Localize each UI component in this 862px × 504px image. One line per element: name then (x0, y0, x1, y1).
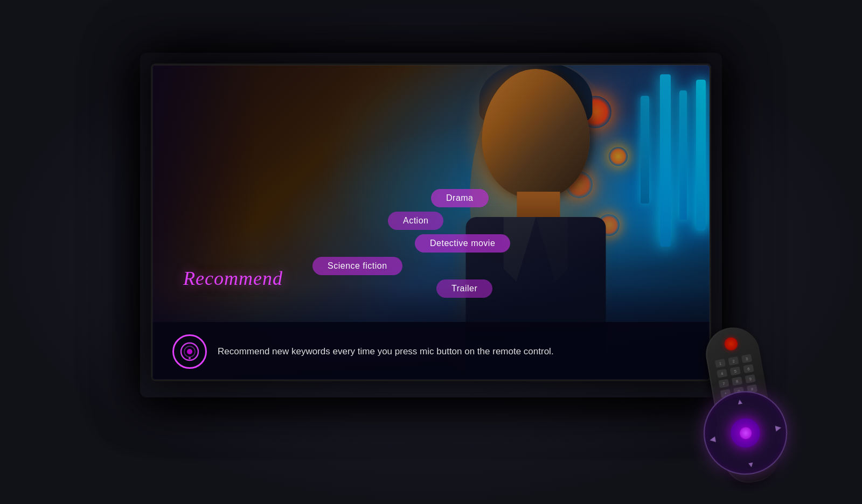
mic-icon (180, 342, 199, 361)
ring-arrow-right-icon: ▶ (775, 422, 782, 432)
genre-tag-row-drama: Drama (312, 189, 510, 207)
remote-btn-1[interactable]: 1 (715, 359, 726, 368)
remote-btn-7[interactable]: 7 (718, 379, 729, 388)
recommend-label: Recommend (183, 267, 283, 290)
genre-tags-container: Drama Action Detective movie Science fic… (312, 189, 510, 298)
magic-ring-inner[interactable] (728, 416, 763, 450)
genre-tag-row-scifi: Science fiction (312, 257, 510, 275)
magic-ring-center-button[interactable] (739, 426, 752, 439)
genre-tag-trailer[interactable]: Trailer (436, 279, 492, 298)
remote-btn-9[interactable]: 9 (745, 374, 756, 383)
magic-ring-outer[interactable]: ▲ ▼ ◀ ▶ (697, 384, 794, 481)
genre-tag-detective-movie[interactable]: Detective movie (415, 234, 510, 253)
tv-wrapper: Recommend Drama Action Detective movie S… (151, 64, 711, 440)
ring-arrow-down-icon: ▼ (747, 460, 755, 470)
remote-btn-3[interactable]: 3 (741, 354, 752, 363)
remote-btn-6[interactable]: 6 (743, 364, 754, 373)
ring-arrow-left-icon: ◀ (709, 434, 717, 444)
genre-tag-science-fiction[interactable]: Science fiction (312, 257, 402, 275)
ring-arrow-up-icon: ▲ (735, 396, 744, 406)
genre-tag-drama[interactable]: Drama (431, 189, 489, 207)
remote-control: 1 2 3 4 5 6 7 8 9 * 0 # ▲ ▼ ◀ ▶ (614, 273, 798, 501)
genre-tag-row-detective: Detective movie (312, 234, 510, 253)
remote-btn-8[interactable]: 8 (732, 376, 742, 386)
genre-tag-row-action: Action (312, 212, 510, 230)
svg-point-3 (189, 357, 191, 359)
genre-tag-action[interactable]: Action (388, 212, 443, 230)
remote-btn-2[interactable]: 2 (728, 356, 739, 366)
bottom-instruction-text: Recommend new keywords every time you pr… (218, 345, 554, 358)
remote-btn-5[interactable]: 5 (730, 367, 741, 376)
remote-btn-4[interactable]: 4 (717, 369, 727, 378)
mic-button[interactable] (172, 334, 207, 369)
remote-power-button[interactable] (724, 337, 739, 352)
genre-tag-row-trailer: Trailer (312, 279, 510, 298)
magic-ring-wrapper: ▲ ▼ ◀ ▶ (697, 384, 797, 484)
svg-point-2 (187, 349, 192, 354)
